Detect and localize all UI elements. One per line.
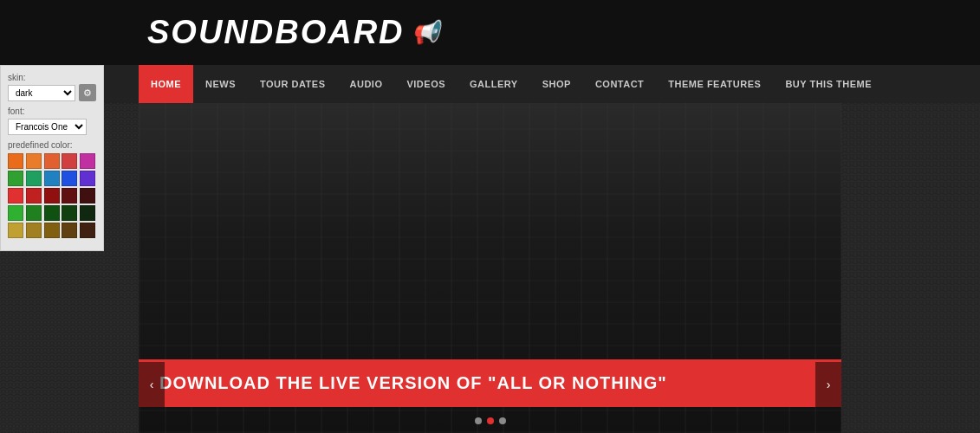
color-swatch-7[interactable] xyxy=(44,171,60,186)
site-logo: SOUNDBOARD 📢 xyxy=(147,14,441,51)
font-select[interactable]: Francois One Open Sans Roboto xyxy=(8,119,87,135)
nav-item-audio[interactable]: AUDIO xyxy=(338,65,395,103)
color-swatch-10[interactable] xyxy=(8,188,23,204)
nav-link-gallery[interactable]: GALLERY xyxy=(458,65,530,103)
nav-link-home[interactable]: HOME xyxy=(139,65,193,103)
skin-row: skin: dark light ⚙ xyxy=(8,73,96,101)
nav-link-contact[interactable]: CONTACT xyxy=(583,65,656,103)
color-swatch-6[interactable] xyxy=(26,171,42,186)
chevron-left-icon: ‹ xyxy=(150,378,154,391)
color-swatches xyxy=(8,153,96,238)
nav-item-contact[interactable]: CONTACT xyxy=(583,65,656,103)
color-swatch-20[interactable] xyxy=(8,223,23,238)
color-swatch-17[interactable] xyxy=(44,205,60,221)
font-label: font: xyxy=(8,107,96,116)
color-swatch-18[interactable] xyxy=(62,205,77,221)
nav-link-shop[interactable]: SHOP xyxy=(530,65,583,103)
color-swatch-5[interactable] xyxy=(8,171,23,186)
color-swatch-2[interactable] xyxy=(44,153,60,169)
nav-link-news[interactable]: NEWS xyxy=(193,65,248,103)
color-swatch-23[interactable] xyxy=(62,223,77,238)
logo-text: SOUNDBOARD xyxy=(147,14,405,51)
slider-dot-1[interactable] xyxy=(487,417,494,424)
color-swatch-1[interactable] xyxy=(26,153,42,169)
slider-next-button[interactable]: › xyxy=(815,362,841,407)
nav-item-home[interactable]: HOME xyxy=(139,65,193,103)
nav-link-buy-this-theme[interactable]: BUY THIS THEME xyxy=(773,65,884,103)
nav-item-news[interactable]: NEWS xyxy=(193,65,248,103)
nav-link-theme-features[interactable]: THEME FEATURES xyxy=(656,65,773,103)
nav-item-videos[interactable]: VIDEOS xyxy=(394,65,458,103)
color-swatch-0[interactable] xyxy=(8,153,23,169)
color-label: predefined color: xyxy=(8,140,96,150)
slider-dot-0[interactable] xyxy=(475,417,482,424)
color-swatch-13[interactable] xyxy=(62,188,77,204)
crowd-right xyxy=(841,103,980,433)
font-row: font: Francois One Open Sans Roboto xyxy=(8,107,96,135)
color-row: predefined color: xyxy=(8,140,96,238)
nav-item-theme-features[interactable]: THEME FEATURES xyxy=(656,65,773,103)
nav-item-buy-this-theme[interactable]: BUY THIS THEME xyxy=(773,65,884,103)
slider-prev-button[interactable]: ‹ xyxy=(139,362,165,407)
chevron-right-icon: › xyxy=(827,378,831,391)
megaphone-icon: 📢 xyxy=(412,19,441,46)
slider-dot-2[interactable] xyxy=(499,417,506,424)
color-swatch-22[interactable] xyxy=(44,223,60,238)
skin-label: skin: xyxy=(8,73,96,82)
nav-item-shop[interactable]: SHOP xyxy=(530,65,583,103)
nav-link-audio[interactable]: AUDIO xyxy=(338,65,395,103)
site-navigation: HOMENEWSTOUR DATESAUDIOVIDEOSGALLERYSHOP… xyxy=(0,65,980,103)
nav-item-tour-dates[interactable]: TOUR DATES xyxy=(248,65,338,103)
color-swatch-21[interactable] xyxy=(26,223,42,238)
color-swatch-9[interactable] xyxy=(80,171,95,186)
color-swatch-3[interactable] xyxy=(62,153,77,169)
download-text: DOWNLOAD THE LIVE VERSION OF "ALL OR NOT… xyxy=(159,373,667,393)
color-swatch-12[interactable] xyxy=(44,188,60,204)
color-swatch-11[interactable] xyxy=(26,188,42,204)
download-banner[interactable]: DOWNLOAD THE LIVE VERSION OF "ALL OR NOT… xyxy=(139,359,841,407)
slider-dots xyxy=(475,417,506,424)
nav-link-tour-dates[interactable]: TOUR DATES xyxy=(248,65,338,103)
color-swatch-15[interactable] xyxy=(8,205,23,221)
nav-list: HOMENEWSTOUR DATESAUDIOVIDEOSGALLERYSHOP… xyxy=(139,65,884,103)
nav-item-gallery[interactable]: GALLERY xyxy=(458,65,530,103)
color-swatch-14[interactable] xyxy=(80,188,95,204)
color-swatch-4[interactable] xyxy=(80,153,95,169)
skin-select-row: dark light ⚙ xyxy=(8,84,96,101)
nav-link-videos[interactable]: VIDEOS xyxy=(394,65,458,103)
color-swatch-19[interactable] xyxy=(80,205,95,221)
color-swatch-24[interactable] xyxy=(80,223,95,238)
main-content: DOWNLOAD THE LIVE VERSION OF "ALL OR NOT… xyxy=(0,103,980,433)
color-swatch-16[interactable] xyxy=(26,205,42,221)
gear-button[interactable]: ⚙ xyxy=(79,84,96,101)
settings-panel: skin: dark light ⚙ font: Francois One Op… xyxy=(0,65,104,251)
gear-icon: ⚙ xyxy=(83,87,92,99)
site-header: SOUNDBOARD 📢 xyxy=(0,0,980,65)
color-swatch-8[interactable] xyxy=(62,171,77,186)
skin-select[interactable]: dark light xyxy=(8,85,75,101)
